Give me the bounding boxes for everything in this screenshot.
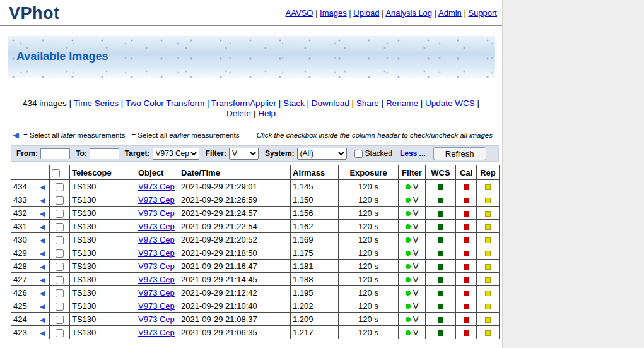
- object-link[interactable]: V973 Cep: [138, 328, 175, 337]
- select-later-icon[interactable]: ◀: [40, 316, 45, 323]
- row-checkbox[interactable]: [56, 303, 64, 311]
- row-id: 431: [11, 220, 35, 233]
- stacked-checkbox[interactable]: [354, 150, 363, 158]
- row-checkbox[interactable]: [56, 263, 64, 271]
- object-link[interactable]: V973 Cep: [138, 195, 175, 205]
- object-link[interactable]: V973 Cep: [138, 248, 175, 258]
- table-row: 430 ◀ TS130 V973 Cep 2021-09-29 21:20:52…: [11, 233, 500, 246]
- action-link-transformapplier[interactable]: TransformApplier: [211, 99, 276, 108]
- wcs-status-icon: [438, 184, 443, 190]
- wcs-status-icon: [438, 224, 443, 230]
- object-link[interactable]: V973 Cep: [138, 301, 175, 311]
- row-checkbox[interactable]: [56, 236, 64, 244]
- select-later-icon[interactable]: ◀: [40, 276, 45, 284]
- action-link-rename[interactable]: Rename: [386, 99, 418, 108]
- object-link[interactable]: V973 Cep: [138, 182, 175, 191]
- select-later-icon[interactable]: ◀: [40, 183, 45, 191]
- nav-link-analysis-log[interactable]: Analysis Log: [385, 8, 432, 18]
- datetime-cell: 2021-09-29 21:16:47: [179, 260, 291, 273]
- filter-dot-icon: [406, 211, 411, 216]
- action-link-stack[interactable]: Stack: [283, 99, 305, 108]
- wcs-status-icon: [438, 317, 443, 323]
- nav-link-aavso[interactable]: AAVSO: [286, 8, 313, 18]
- row-checkbox[interactable]: [56, 289, 64, 297]
- legend-later: = Select all later measurements: [23, 131, 125, 139]
- row-checkbox[interactable]: [56, 316, 64, 324]
- object-link[interactable]: V973 Cep: [138, 261, 175, 271]
- airmass-cell: 1.209: [291, 313, 339, 326]
- table-row: 423 ◀ TS130 V973 Cep 2021-09-29 21:06:35…: [11, 326, 500, 339]
- to-input[interactable]: [90, 148, 119, 159]
- rep-status-icon: [485, 251, 491, 256]
- telescope-cell: TS130: [70, 207, 136, 220]
- select-later-icon[interactable]: ◀: [40, 223, 45, 231]
- nav-link-images[interactable]: Images: [320, 8, 347, 18]
- header-cal: Cal: [456, 165, 477, 180]
- action-link-update-wcs[interactable]: Update WCS: [425, 99, 475, 108]
- select-later-icon[interactable]: ◀: [40, 303, 45, 310]
- select-later-icon[interactable]: ◀: [40, 196, 45, 204]
- row-checkbox[interactable]: [56, 329, 64, 337]
- nav-link-admin[interactable]: Admin: [438, 8, 462, 18]
- refresh-button[interactable]: Refresh: [433, 147, 486, 160]
- object-cell: V973 Cep: [136, 207, 179, 220]
- row-checkbox[interactable]: [56, 223, 64, 231]
- row-checkbox[interactable]: [56, 210, 64, 218]
- system-select[interactable]: (All): [297, 148, 347, 160]
- table-row: 425 ◀ TS130 V973 Cep 2021-09-29 21:10:40…: [11, 299, 500, 313]
- telescope-cell: TS130: [70, 313, 136, 326]
- object-cell: V973 Cep: [136, 193, 179, 207]
- object-link[interactable]: V973 Cep: [138, 275, 175, 284]
- header-id: [11, 165, 35, 180]
- nav-link-upload[interactable]: Upload: [353, 8, 379, 18]
- system-label: System:: [265, 149, 295, 158]
- action-link-help[interactable]: Help: [258, 109, 276, 118]
- filter-select[interactable]: V: [229, 148, 259, 160]
- row-checkbox[interactable]: [56, 249, 64, 258]
- exposure-cell: 120 s: [339, 326, 399, 339]
- to-label: To:: [76, 149, 87, 158]
- select-later-icon[interactable]: ◀: [40, 263, 45, 270]
- nav-link-support[interactable]: Support: [468, 8, 497, 18]
- airmass-cell: 1.217: [291, 326, 339, 339]
- filter-cell: V: [399, 313, 426, 326]
- row-checkbox[interactable]: [56, 276, 64, 284]
- target-select[interactable]: V973 Cep: [153, 148, 199, 160]
- filter-label: Filter:: [206, 149, 226, 158]
- table-header-row: Telescope Object Date/Time Airmass Expos…: [11, 165, 500, 180]
- image-count: 434 images: [23, 99, 67, 108]
- airmass-cell: 1.202: [291, 299, 339, 313]
- select-later-icon[interactable]: ◀: [40, 329, 45, 337]
- object-cell: V973 Cep: [136, 299, 179, 313]
- object-link[interactable]: V973 Cep: [138, 315, 175, 324]
- action-link-two-color-transform[interactable]: Two Color Transform: [126, 99, 204, 108]
- telescope-cell: TS130: [70, 180, 136, 193]
- action-link-time-series[interactable]: Time Series: [74, 99, 119, 108]
- object-link[interactable]: V973 Cep: [138, 235, 175, 244]
- from-input[interactable]: [40, 148, 70, 159]
- table-row: 431 ◀ TS130 V973 Cep 2021-09-29 21:22:54…: [11, 220, 500, 233]
- select-later-icon[interactable]: ◀: [40, 210, 45, 217]
- filter-band-label: V: [413, 288, 419, 297]
- object-link[interactable]: V973 Cep: [138, 288, 175, 297]
- object-link[interactable]: V973 Cep: [138, 222, 175, 231]
- row-checkbox[interactable]: [56, 183, 64, 191]
- table-row: 426 ◀ TS130 V973 Cep 2021-09-29 21:12:42…: [11, 286, 500, 299]
- datetime-cell: 2021-09-29 21:12:42: [179, 286, 291, 299]
- less-link[interactable]: Less ...: [400, 149, 426, 158]
- rep-status-icon: [485, 224, 491, 230]
- action-link-share[interactable]: Share: [356, 99, 379, 108]
- select-later-icon[interactable]: ◀: [40, 289, 45, 297]
- header-object: Object: [136, 165, 179, 180]
- action-link-delete[interactable]: Delete: [226, 109, 251, 118]
- rep-status-icon: [485, 264, 491, 270]
- select-later-icon[interactable]: ◀: [40, 249, 45, 257]
- row-checkbox[interactable]: [56, 196, 64, 205]
- select-later-icon[interactable]: ◀: [40, 236, 45, 244]
- action-link-download[interactable]: Download: [312, 99, 349, 108]
- divider: [8, 83, 495, 83]
- select-all-checkbox[interactable]: [52, 169, 60, 177]
- exposure-cell: 120 s: [339, 220, 399, 233]
- filter-band-label: V: [413, 315, 419, 324]
- object-link[interactable]: V973 Cep: [138, 208, 175, 218]
